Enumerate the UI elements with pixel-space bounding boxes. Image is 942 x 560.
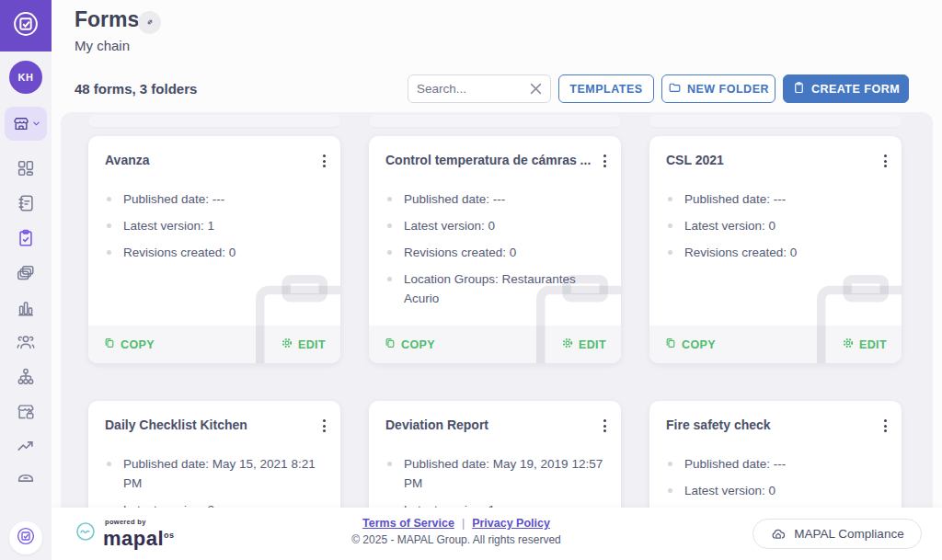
app-logo[interactable] <box>0 0 52 51</box>
terms-link[interactable]: Terms of Service <box>362 517 454 530</box>
home-cloud-icon <box>770 526 787 543</box>
main-area: Forms My chain 48 forms, 3 folders TEMPL… <box>52 0 942 560</box>
copy-button[interactable]: COPY <box>103 337 155 352</box>
edit-button-label: EDIT <box>579 338 606 351</box>
templates-button[interactable]: TEMPLATES <box>558 74 654 103</box>
form-title: Daily Checklist Kitchen <box>105 417 247 432</box>
form-meta: Published date: --- <box>684 189 786 209</box>
scrolled-card-remnant <box>369 115 621 127</box>
form-meta: Published date: --- <box>404 189 505 209</box>
edit-button[interactable]: EDIT <box>842 337 887 352</box>
kebab-menu-icon[interactable] <box>600 154 610 167</box>
form-meta: Latest version: 1 <box>123 216 214 235</box>
edit-button-label: EDIT <box>298 338 326 351</box>
compliance-badge-button[interactable] <box>9 521 42 554</box>
create-form-button-label: CREATE FORM <box>811 83 900 96</box>
mapal-compliance-label: MAPAL Compliance <box>794 527 903 541</box>
copy-button-label: COPY <box>121 338 155 351</box>
copy-icon <box>103 337 116 352</box>
form-title: CSL 2021 <box>666 153 724 167</box>
chevron-down-icon <box>32 120 40 128</box>
form-meta: Latest version: 0 <box>684 481 775 500</box>
sidebar-item-logbook[interactable] <box>16 193 36 213</box>
form-meta: Latest version: 0 <box>404 216 495 235</box>
sidebar-item-templates[interactable] <box>16 263 36 283</box>
form-meta: Latest version: 0 <box>684 216 775 235</box>
create-form-button[interactable]: CREATE FORM <box>783 74 909 103</box>
forms-grid-panel: Avanza Published date: --- Latest versio… <box>61 112 933 560</box>
bullet-icon <box>107 223 111 228</box>
mapal-compliance-button[interactable]: MAPAL Compliance <box>752 519 922 549</box>
kebab-menu-icon[interactable] <box>319 419 329 432</box>
forms-clipboard-icon <box>16 228 36 248</box>
copy-button[interactable]: COPY <box>664 337 716 352</box>
bar-chart-icon <box>16 298 36 318</box>
link-separator: | <box>462 517 465 530</box>
copy-icon <box>384 337 396 352</box>
bullet-icon <box>668 197 672 201</box>
form-title: Control temperatura de cámras ... <box>385 153 591 167</box>
copy-button-label: COPY <box>682 338 716 351</box>
kebab-menu-icon[interactable] <box>880 419 890 432</box>
form-title: Deviation Report <box>385 417 488 432</box>
sidebar-item-forms[interactable] <box>16 228 36 248</box>
gear-icon <box>561 337 574 352</box>
gear-icon <box>281 337 293 352</box>
trend-up-icon <box>16 436 36 456</box>
forms-count-summary: 48 forms, 3 folders <box>75 81 197 97</box>
form-title: Fire safety check <box>666 417 771 432</box>
compliance-badge-icon <box>15 525 37 551</box>
expand-arrows-icon <box>144 15 155 31</box>
form-meta: Published date: --- <box>684 454 786 474</box>
sidebar-item-reports[interactable] <box>16 298 36 318</box>
form-meta: Revisions created: 0 <box>404 243 516 262</box>
bullet-icon <box>387 277 392 281</box>
privacy-link[interactable]: Privacy Policy <box>472 517 550 530</box>
clear-search-icon[interactable] <box>530 83 542 95</box>
form-card[interactable]: CSL 2021 Published date: --- Latest vers… <box>649 136 902 363</box>
kebab-menu-icon[interactable] <box>600 419 610 432</box>
bullet-icon <box>387 223 392 228</box>
new-folder-button[interactable]: NEW FOLDER <box>661 74 775 103</box>
form-card[interactable]: Control temperatura de cámras ... Publis… <box>369 136 621 363</box>
bullet-icon <box>668 488 672 493</box>
mapal-os-logo: powered by mapalos <box>75 518 175 548</box>
kebab-menu-icon[interactable] <box>319 154 329 167</box>
sidebar: KH <box>0 0 52 560</box>
edit-button[interactable]: EDIT <box>281 337 326 352</box>
sidebar-item-hierarchy[interactable] <box>16 367 36 387</box>
copy-button[interactable]: COPY <box>384 337 435 352</box>
new-folder-button-label: NEW FOLDER <box>687 83 769 96</box>
archive-drawer-icon <box>16 467 36 487</box>
chain-subtitle: My chain <box>75 38 130 53</box>
expand-button[interactable] <box>138 11 161 34</box>
compliance-logo-icon <box>10 8 41 43</box>
sidebar-item-archive[interactable] <box>16 467 36 487</box>
sidebar-item-team[interactable] <box>16 332 36 352</box>
sidebar-item-dashboard[interactable] <box>16 158 36 178</box>
bullet-icon <box>668 223 672 228</box>
kebab-menu-icon[interactable] <box>880 154 890 167</box>
sidebar-item-locations[interactable] <box>5 107 47 141</box>
sidebar-item-store-security[interactable] <box>16 402 36 422</box>
powered-by-label: powered by <box>105 518 175 526</box>
search-input[interactable] <box>417 82 530 96</box>
form-card[interactable]: Avanza Published date: --- Latest versio… <box>88 136 340 363</box>
folder-icon <box>668 81 682 97</box>
edit-button-label: EDIT <box>859 338 887 351</box>
clipboard-icon <box>792 81 806 97</box>
forms-page: KH <box>0 0 942 560</box>
gear-icon <box>842 337 855 352</box>
user-avatar[interactable]: KH <box>9 61 42 94</box>
footer: powered by mapalos Terms of Service|Priv… <box>52 508 942 560</box>
people-icon <box>16 332 36 352</box>
bullet-icon <box>668 462 672 466</box>
sidebar-item-trends[interactable] <box>16 436 36 456</box>
edit-button[interactable]: EDIT <box>561 337 606 352</box>
form-title: Avanza <box>105 153 150 167</box>
mapal-wordmark: mapalos <box>103 526 175 548</box>
bullet-icon <box>107 197 111 201</box>
footer-legal: Terms of Service|Privacy Policy © 2025 -… <box>318 517 594 546</box>
bullet-icon <box>387 197 392 201</box>
store-lock-icon <box>16 402 36 422</box>
